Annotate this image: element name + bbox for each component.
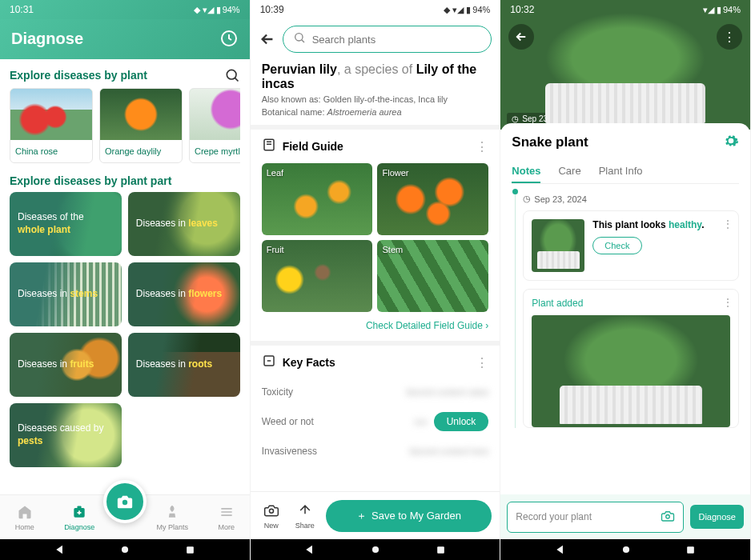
camera-fab[interactable] bbox=[103, 480, 147, 523]
tab-care[interactable]: Care bbox=[558, 160, 580, 183]
svg-rect-12 bbox=[437, 546, 444, 554]
status-right: ▾◢ ▮94% bbox=[703, 5, 741, 15]
android-home-icon[interactable] bbox=[620, 544, 632, 555]
fact-row-invasive: Invasivenessblurred content here bbox=[251, 438, 500, 464]
back-icon[interactable] bbox=[259, 30, 276, 48]
plant-added-title: Plant added bbox=[532, 298, 730, 309]
svg-rect-15 bbox=[687, 546, 694, 554]
plant-card-china-rose[interactable]: China rose bbox=[10, 88, 93, 163]
tab-notes[interactable]: Notes bbox=[512, 160, 540, 183]
search-icon bbox=[293, 31, 306, 47]
botanical-row: Botanical name: Alstroemeria aurea bbox=[262, 107, 489, 117]
clock-icon: ◷ bbox=[523, 194, 531, 204]
plant-label: Orange daylily bbox=[100, 140, 182, 162]
diagnose-header: Diagnose bbox=[0, 19, 250, 59]
history-icon[interactable] bbox=[219, 29, 239, 48]
plant-label: Crepe myrtle bbox=[190, 140, 240, 162]
android-recent-icon[interactable] bbox=[185, 545, 195, 555]
android-home-icon[interactable] bbox=[119, 544, 131, 555]
part-card-fruits[interactable]: Diseases in fruits bbox=[10, 333, 122, 397]
fact-row-weed: Weed or not xxxUnlock bbox=[251, 405, 500, 438]
android-home-icon[interactable] bbox=[370, 544, 381, 555]
nav-my-plants[interactable]: My Plants bbox=[156, 504, 188, 531]
nav-diagnose[interactable]: Diagnose bbox=[64, 504, 94, 531]
nav-home[interactable]: Home bbox=[15, 504, 34, 531]
svg-point-7 bbox=[295, 34, 302, 41]
explore-by-plant-title: Explore diseases by plant bbox=[10, 69, 147, 82]
chevron-right-icon: › bbox=[485, 320, 488, 331]
plant-image bbox=[532, 315, 730, 427]
status-bar: 10:32 ▾◢ ▮94% bbox=[500, 0, 750, 19]
svg-point-1 bbox=[227, 70, 236, 79]
part-card-pests[interactable]: Diseases caused by pests bbox=[10, 403, 122, 467]
plant-image bbox=[10, 89, 92, 140]
hero-image: 10:32 ▾◢ ▮94% ⋮ ◷Sep 23, 2024 bbox=[500, 0, 750, 130]
more-icon[interactable]: ⋮ bbox=[476, 139, 488, 154]
svg-point-2 bbox=[122, 500, 127, 505]
tabs: Notes Care Plant Info bbox=[512, 160, 739, 184]
home-icon bbox=[17, 504, 33, 522]
search-icon[interactable] bbox=[224, 67, 240, 83]
bottom-bar: Record your plant Diagnose bbox=[500, 494, 750, 539]
search-input[interactable] bbox=[283, 26, 492, 53]
diagnose-button[interactable]: Diagnose bbox=[690, 505, 743, 529]
status-bar: 10:39 ◆ ▾◢ ▮94% bbox=[251, 0, 500, 19]
part-card-flowers[interactable]: Diseases in flowers bbox=[128, 262, 240, 326]
field-card-leaf[interactable]: Leaf bbox=[262, 163, 373, 235]
card-more-icon[interactable]: ⋮ bbox=[722, 296, 733, 309]
plant-image bbox=[190, 89, 240, 140]
camera-icon[interactable] bbox=[661, 509, 675, 526]
facts-icon bbox=[262, 354, 276, 371]
unlock-button[interactable]: Unlock bbox=[434, 412, 489, 431]
diagnose-icon bbox=[71, 504, 87, 522]
part-card-whole-plant[interactable]: Diseases of the whole plant bbox=[10, 192, 122, 256]
back-button[interactable] bbox=[508, 24, 534, 50]
save-to-garden-button[interactable]: ＋Save to My Garden bbox=[326, 500, 492, 532]
field-card-fruit[interactable]: Fruit bbox=[262, 240, 373, 312]
plant-card-crepe-myrtle[interactable]: Crepe myrtle bbox=[189, 88, 240, 163]
svg-point-5 bbox=[122, 546, 128, 553]
svg-point-11 bbox=[372, 546, 379, 553]
part-card-roots[interactable]: Diseases in roots bbox=[128, 333, 240, 397]
record-input[interactable]: Record your plant bbox=[507, 502, 684, 533]
nav-more[interactable]: More bbox=[218, 504, 235, 531]
field-card-stem[interactable]: Stem bbox=[377, 240, 488, 312]
field-guide-link[interactable]: Check Detailed Field Guide › bbox=[251, 312, 500, 341]
gear-icon[interactable] bbox=[723, 133, 739, 152]
health-card[interactable]: This plant looks healthy. Check ⋮ bbox=[523, 210, 739, 281]
android-nav bbox=[500, 539, 750, 560]
new-button[interactable]: New bbox=[259, 502, 284, 530]
android-recent-icon[interactable] bbox=[436, 545, 446, 555]
key-facts-title: Key Facts bbox=[283, 356, 335, 369]
plant-card-orange-daylily[interactable]: Orange daylily bbox=[99, 88, 183, 163]
aka-row: Also known as: Golden lily-of-the-incas,… bbox=[262, 94, 489, 104]
share-button[interactable]: Share bbox=[291, 502, 319, 530]
bottom-action-bar: New Share ＋Save to My Garden bbox=[251, 491, 500, 539]
android-back-icon[interactable] bbox=[555, 544, 566, 555]
plant-added-card[interactable]: ⋮ Plant added bbox=[523, 289, 739, 428]
android-nav bbox=[0, 539, 250, 560]
more-button[interactable]: ⋮ bbox=[717, 24, 742, 50]
fact-row-toxicity: Toxicityblurred content value bbox=[251, 379, 500, 405]
android-back-icon[interactable] bbox=[54, 544, 66, 555]
android-back-icon[interactable] bbox=[304, 544, 315, 555]
timeline-date: ◷Sep 23, 2024 bbox=[523, 194, 739, 204]
part-card-stems[interactable]: Diseases in stems bbox=[10, 262, 122, 326]
explore-by-part-title: Explore diseases by plant part bbox=[10, 174, 171, 187]
clock-icon: ◷ bbox=[512, 114, 519, 123]
timeline-dot bbox=[512, 189, 518, 194]
field-card-flower[interactable]: Flower bbox=[377, 163, 488, 235]
tab-plant-info[interactable]: Plant Info bbox=[599, 160, 643, 183]
svg-rect-4 bbox=[78, 506, 82, 508]
android-recent-icon[interactable] bbox=[685, 545, 696, 555]
status-time: 10:31 bbox=[10, 4, 34, 15]
check-button[interactable]: Check bbox=[592, 237, 641, 254]
share-icon bbox=[297, 502, 313, 520]
card-more-icon[interactable]: ⋮ bbox=[722, 218, 733, 230]
plant-title: Peruvian lily, a species of Lily of the … bbox=[262, 62, 489, 91]
more-icon[interactable]: ⋮ bbox=[476, 355, 488, 370]
field-guide-title: Field Guide bbox=[283, 140, 343, 153]
status-right: ◆ ▾◢ ▮94% bbox=[444, 5, 490, 15]
svg-rect-6 bbox=[187, 546, 194, 554]
part-card-leaves[interactable]: Diseases in leaves bbox=[128, 192, 240, 256]
